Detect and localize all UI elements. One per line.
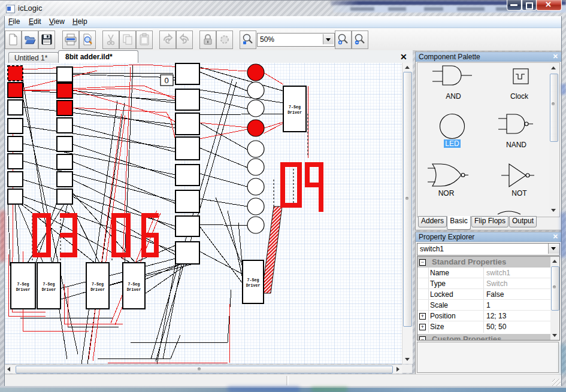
svg-text:0: 0 <box>164 76 168 85</box>
svg-text:7-Seg: 7-Seg <box>247 278 259 282</box>
svg-text:7-Seg: 7-Seg <box>17 282 29 287</box>
svg-text:7-Seg: 7-Seg <box>289 105 301 110</box>
svg-text:Driver: Driver <box>246 284 261 288</box>
svg-text:Driver: Driver <box>16 288 31 292</box>
svg-text:7-Seg: 7-Seg <box>92 282 104 287</box>
svg-text:Driver: Driver <box>42 288 56 292</box>
svg-text:Driver: Driver <box>287 111 302 115</box>
svg-text:Driver: Driver <box>90 288 105 292</box>
svg-text:7-Seg: 7-Seg <box>43 282 55 287</box>
svg-text:7-Seg: 7-Seg <box>128 282 140 287</box>
svg-text:Driver: Driver <box>127 288 141 292</box>
